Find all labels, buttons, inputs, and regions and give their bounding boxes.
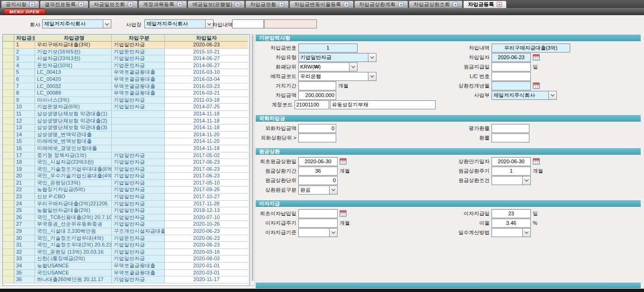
row-selector-cell[interactable] — [3, 42, 14, 49]
table-row[interactable]: 23신보 P-CBO기업일반자금2017-10-27 — [3, 194, 249, 201]
row-selector-cell[interactable] — [3, 159, 14, 166]
calendar-icon[interactable] — [340, 210, 347, 217]
row-selector-cell[interactable] — [3, 55, 14, 62]
table-row[interactable]: 36하나대출260백만원 20.11.17기업일반자금2020-11-17 — [3, 276, 249, 283]
row-selector-cell[interactable] — [3, 83, 14, 90]
account-name-field[interactable]: 유동성장기부채 — [330, 100, 436, 109]
table-row[interactable]: 12삼성생명단체보험 약관대출(2)2014-11-18 — [3, 118, 249, 125]
fx-repay-unit-input[interactable] — [298, 133, 336, 142]
row-selector-cell[interactable] — [3, 228, 14, 235]
company-select[interactable]: 제일저지주식회사 — [42, 19, 111, 28]
interest-pay-day-input[interactable]: 23 — [492, 209, 531, 218]
tab-계정과목등록[interactable]: 계정과목등록× — [138, 0, 187, 8]
scrollbar-thumb[interactable] — [252, 35, 253, 281]
table-row[interactable]: 33신한(-)통장예금(2억)기업일반자금2020-08-03 — [3, 256, 249, 263]
chevron-down-icon[interactable] — [522, 176, 531, 185]
day-count-method-select[interactable] — [492, 228, 531, 237]
row-selector-cell[interactable] — [3, 76, 14, 83]
calendar-icon[interactable] — [533, 54, 540, 61]
row-selector-cell[interactable] — [3, 235, 14, 242]
row-selector-cell[interactable] — [3, 118, 14, 125]
row-selector-cell[interactable] — [3, 270, 14, 277]
tab-close-icon[interactable]: × — [398, 2, 403, 7]
interest-rate-input[interactable]: 3.46 — [492, 219, 531, 228]
table-row[interactable]: 32국민_온랜딩 (13억) 20.03.16기업일반자금2020-03-16 — [3, 249, 249, 256]
table-row[interactable]: 15미래에셋_변액보험대출2014-11-20 — [3, 138, 249, 145]
row-selector-cell[interactable] — [3, 207, 14, 214]
table-row[interactable]: 18국민_시설자금(23억3천)기업일반자금2017-06-23 — [3, 159, 249, 166]
calendar-icon[interactable] — [533, 82, 540, 89]
chevron-down-icon[interactable] — [103, 19, 111, 28]
tab-결의전표등록[interactable]: 결의전표등록× — [40, 0, 89, 8]
table-row[interactable]: 31국민_기술창조우대(2억) 20.6.23기업일반자금2020-06-23 — [3, 242, 249, 249]
first-principal-repay-date-input[interactable]: 2020-06-30 — [298, 157, 338, 166]
principal-repay-period-input[interactable]: 36 — [298, 167, 338, 176]
loan-amount-input[interactable]: 200,000,000 — [298, 91, 336, 100]
principal-pay-day-input[interactable] — [492, 62, 531, 71]
row-selector-cell[interactable] — [3, 194, 14, 201]
deposit-code-select[interactable]: 우리은행 — [298, 72, 376, 81]
table-row[interactable]: 9마이너스(3억)기업일반자금2011-03-18 — [3, 97, 249, 104]
tab-close-icon[interactable]: × — [235, 2, 240, 7]
row-selector-cell[interactable] — [3, 49, 14, 56]
table-row[interactable]: 13삼성생명단체보험 약관대출(3)2014-11-18 — [3, 124, 249, 132]
row-selector-cell[interactable] — [3, 201, 14, 208]
table-row[interactable]: 14삼성생명_변액약관대출2014-11-20 — [3, 132, 249, 139]
table-row[interactable]: 26국민_TCB신용대출(2억) 20.7.10기업일반자금2020-07-10 — [3, 214, 249, 221]
table-row[interactable]: 4운전자금(10억)기업운전자금2014-06-27 — [3, 62, 249, 70]
chevron-down-icon[interactable] — [349, 62, 358, 71]
principal-repay-unit-input[interactable]: 0 — [298, 176, 338, 185]
row-selector-cell[interactable] — [3, 69, 14, 76]
principal-repay-condition-select[interactable] — [492, 176, 531, 185]
chevron-down-icon[interactable] — [368, 53, 376, 62]
table-row[interactable]: 16미래에셋_경영인보험대출2014-11-18 — [3, 145, 249, 152]
table-row[interactable]: 10기업운영자금(6억)기업일반자금2014-07-25 — [3, 104, 249, 111]
row-selector-cell[interactable] — [3, 97, 14, 104]
table-row[interactable]: 3시설자금(23억3천)기업일반자금2014-06-27 — [3, 55, 249, 62]
table-row[interactable]: 20국민_우수기술기업신용대출(4억)기업일반자금2017-06-23 — [3, 173, 249, 180]
loan-type-select[interactable]: 기업일반자금 — [298, 53, 376, 62]
table-row[interactable]: 34농협USANCE무역포괄금융대출2020-01-01 — [3, 263, 249, 270]
tab-차입금변동이율등록[interactable]: 차입금변동이율등록× — [289, 0, 354, 8]
repay-complete-type-select[interactable]: 완료 — [298, 186, 338, 195]
repay-maturity-date-input[interactable]: 2020-06-30 — [492, 157, 531, 166]
menu-open-button[interactable]: MENU OPEN — [3, 9, 46, 15]
tab-공지사항[interactable]: 공지사항× — [1, 0, 39, 8]
row-selector-cell[interactable] — [3, 173, 14, 180]
table-row[interactable]: 2기업기보(16억5천)기업운전자금2015-10-21 — [3, 49, 249, 56]
tab-close-icon[interactable]: × — [128, 2, 133, 7]
calendar-icon[interactable] — [340, 158, 347, 165]
table-row[interactable]: 7LC_00032무역포괄금융대출2016-03-23 — [3, 83, 249, 90]
tab-close-icon[interactable]: × — [29, 2, 35, 7]
table-row[interactable]: 17중기청 정책자금(1억)기업일반자금2017-05-02 — [3, 152, 249, 159]
loan-date-input[interactable]: 2020-06-23 — [492, 53, 531, 62]
interest-pay-basis-select[interactable] — [298, 228, 338, 237]
first-interest-pay-date-input[interactable] — [298, 209, 338, 218]
row-selector-cell[interactable] — [3, 62, 14, 70]
row-selector-cell[interactable] — [3, 138, 14, 145]
site-select[interactable]: 제일저지주식회사 — [144, 19, 214, 28]
table-row[interactable]: 24우리구매자금대출(2억)221205기업일반자금2017-11-28 — [3, 201, 249, 208]
tab-예금일보(은행별)[interactable]: 예금일보(은행별)× — [188, 0, 245, 8]
row-selector-cell[interactable] — [3, 104, 14, 111]
account-code-input[interactable]: 21001100 — [295, 100, 329, 109]
row-selector-cell[interactable] — [3, 111, 14, 118]
row-selector-cell[interactable] — [3, 152, 14, 159]
row-selector-cell[interactable] — [3, 256, 14, 263]
grace-period-input[interactable] — [298, 81, 336, 90]
table-row[interactable]: 6LC_00420무역포괄금융대출2016-03-04 — [3, 76, 249, 83]
repay-before-ym-input[interactable] — [492, 81, 531, 90]
chevron-down-icon[interactable] — [368, 72, 376, 81]
table-row[interactable]: 35국민USANCE무역포괄금융대출2020-03-01 — [3, 270, 249, 277]
chevron-down-icon[interactable] — [522, 228, 531, 237]
table-row[interactable]: 25농협일반자금대출(2억)기업일반자금2018-12-13 — [3, 207, 249, 214]
table-scrollbar[interactable] — [250, 34, 255, 286]
table-row[interactable]: 29국민_시설대 2,330백만원구조개선시설자금대출2020-06-23 — [3, 228, 249, 235]
principal-repay-cycle-input[interactable]: 1 — [492, 167, 531, 176]
table-row[interactable]: 30국민_기술창조기업우대(4억)기업운전자금2020-06-23 — [3, 235, 249, 242]
tab-차입금상환계획[interactable]: 차입금상환계획× — [354, 0, 408, 8]
row-selector-cell[interactable] — [3, 124, 14, 132]
loan-detail-filter-input[interactable] — [232, 19, 264, 28]
tab-차입금등록[interactable]: 차입금등록× — [463, 0, 507, 8]
table-row[interactable]: 27부국증권_선순위유동화증권기업일반자금2020-10-26 — [3, 221, 249, 228]
